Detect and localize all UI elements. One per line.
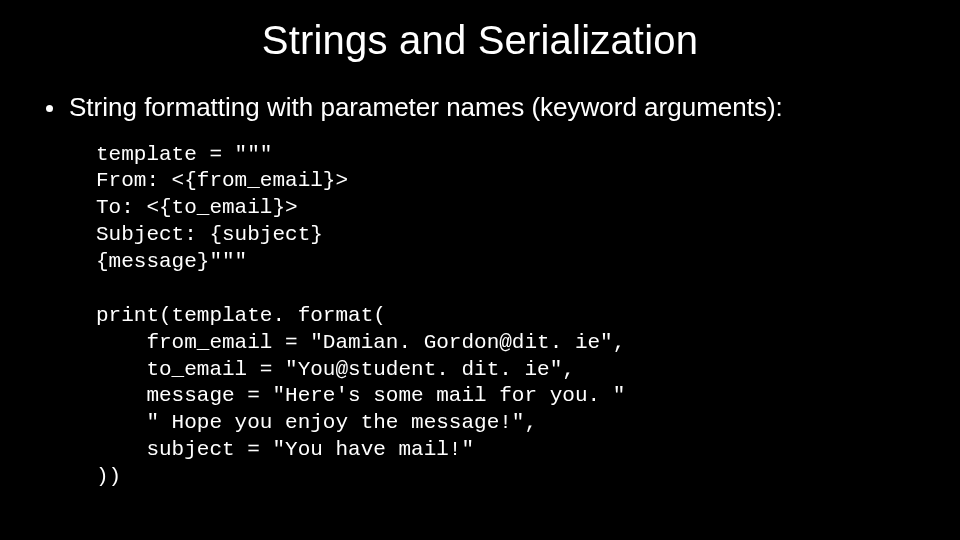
bullet-dot-icon (46, 105, 53, 112)
bullet-text: String formatting with parameter names (… (69, 91, 783, 124)
slide: Strings and Serialization String formatt… (0, 0, 960, 540)
bullet-item: String formatting with parameter names (… (40, 91, 920, 124)
code-block: template = """ From: <{from_email}> To: … (40, 142, 920, 491)
slide-title: Strings and Serialization (40, 18, 920, 63)
